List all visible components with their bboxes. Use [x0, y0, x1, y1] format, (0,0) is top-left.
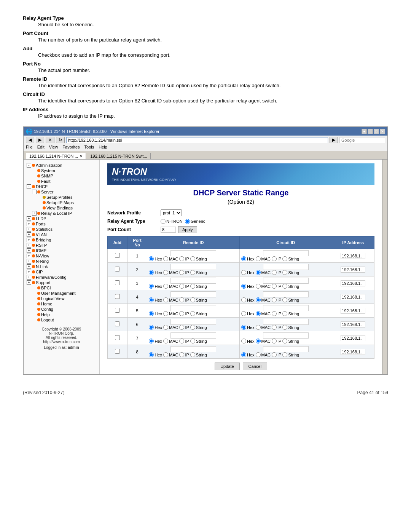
circuit-radio-mac[interactable]: [256, 311, 261, 316]
remote-radio-string[interactable]: [190, 284, 195, 289]
remote-radio-hex[interactable]: [149, 311, 154, 316]
remote-radio-hex[interactable]: [149, 325, 154, 330]
back-button[interactable]: ◀: [26, 137, 34, 143]
ip-address-input[interactable]: [341, 267, 365, 273]
close-button[interactable]: ✕: [380, 129, 385, 134]
circuit-radio-mac[interactable]: [256, 284, 261, 289]
circuit-radio-string[interactable]: [282, 284, 287, 289]
remote-radio-ip[interactable]: [179, 297, 184, 302]
circuit-radio-string[interactable]: [282, 270, 287, 275]
stop-button[interactable]: ✕: [46, 137, 54, 143]
ip-address-input[interactable]: [341, 294, 365, 300]
tree-expander[interactable]: +: [27, 222, 31, 226]
tree-expander[interactable]: -: [27, 163, 31, 168]
sidebar-item[interactable]: Logical View: [25, 296, 98, 301]
sidebar-item[interactable]: + Statistics: [25, 227, 98, 232]
sidebar-item[interactable]: Setup IP Maps: [25, 200, 98, 205]
ip-address-input[interactable]: [341, 308, 365, 314]
menu-file[interactable]: File: [26, 145, 33, 149]
sidebar-item[interactable]: User Management: [25, 291, 98, 296]
row-checkbox[interactable]: [115, 308, 120, 313]
remote-radio-ip[interactable]: [179, 352, 184, 357]
circuit-radio-mac[interactable]: [256, 352, 261, 357]
row-checkbox[interactable]: [115, 335, 120, 340]
remote-radio-mac[interactable]: [163, 325, 168, 330]
remote-radio-string[interactable]: [190, 256, 195, 261]
sidebar-item[interactable]: + Support: [25, 280, 98, 285]
circuit-radio-ip[interactable]: [272, 311, 277, 316]
sidebar-item[interactable]: Config: [25, 307, 98, 312]
sidebar-item[interactable]: + Relay & Local IP: [25, 211, 98, 216]
tree-expander[interactable]: +: [27, 238, 31, 242]
maximize-button[interactable]: □: [374, 129, 379, 134]
circuit-radio-hex[interactable]: [241, 311, 246, 316]
sidebar-item[interactable]: - DHCP: [25, 184, 98, 189]
tree-expander[interactable]: +: [27, 248, 31, 253]
circuit-radio-hex[interactable]: [241, 270, 246, 275]
sidebar-item[interactable]: + RSTP: [25, 243, 98, 248]
sidebar-item[interactable]: - Administration: [25, 163, 98, 168]
remote-radio-ip[interactable]: [179, 284, 184, 289]
remote-radio-string[interactable]: [190, 339, 195, 343]
apply-button[interactable]: Apply: [178, 226, 197, 233]
circuit-id-input[interactable]: [263, 264, 309, 270]
forward-button[interactable]: ▶: [36, 137, 44, 143]
tree-expander[interactable]: +: [32, 211, 37, 216]
sidebar-item[interactable]: + LLDP: [25, 216, 98, 221]
remote-radio-hex[interactable]: [149, 297, 154, 302]
ip-address-input[interactable]: [341, 349, 365, 355]
remote-id-input[interactable]: [170, 346, 216, 352]
remote-radio-hex[interactable]: [149, 339, 154, 343]
remote-radio-hex[interactable]: [149, 256, 154, 261]
row-checkbox[interactable]: [115, 253, 120, 258]
port-count-input[interactable]: [161, 227, 176, 233]
circuit-radio-ip[interactable]: [272, 256, 277, 261]
menu-help[interactable]: Help: [99, 145, 107, 149]
circuit-id-input[interactable]: [263, 346, 309, 352]
sidebar-item[interactable]: Fault: [25, 179, 98, 184]
sidebar-item[interactable]: + N-Ring: [25, 259, 98, 264]
update-button[interactable]: Update: [215, 363, 239, 370]
circuit-radio-hex[interactable]: [241, 284, 246, 289]
circuit-id-input[interactable]: [263, 250, 309, 256]
refresh-button[interactable]: ↻: [56, 137, 65, 143]
menu-view[interactable]: View: [49, 145, 58, 149]
browser-controls[interactable]: ◄ _ □ ✕: [362, 129, 385, 134]
remote-radio-ip[interactable]: [179, 270, 184, 275]
sidebar-item[interactable]: + CIP: [25, 269, 98, 275]
ip-address-input[interactable]: [341, 253, 365, 259]
tab-0[interactable]: 192.168.1.214 N-TRON ... ✕: [26, 153, 86, 159]
remote-radio-ip[interactable]: [179, 256, 184, 261]
remote-radio-string[interactable]: [190, 297, 195, 302]
circuit-radio-hex[interactable]: [241, 297, 246, 302]
sidebar-item[interactable]: + N-View: [25, 253, 98, 259]
sidebar-item[interactable]: View Bindings: [25, 205, 98, 211]
remote-id-input[interactable]: [170, 250, 216, 256]
sidebar-item[interactable]: SNMP: [25, 173, 98, 179]
sidebar-item[interactable]: + VLAN: [25, 232, 98, 237]
circuit-radio-string[interactable]: [282, 256, 287, 261]
sidebar-item[interactable]: System: [25, 168, 98, 173]
sidebar-item[interactable]: Setup Profiles: [25, 195, 98, 200]
circuit-id-input[interactable]: [263, 278, 309, 284]
menu-tools[interactable]: Tools: [84, 145, 94, 149]
row-checkbox[interactable]: [115, 280, 120, 285]
relay-generic-radio[interactable]: [185, 219, 190, 224]
relay-generic-label[interactable]: Generic: [185, 219, 206, 224]
remote-radio-mac[interactable]: [163, 270, 168, 275]
remote-radio-mac[interactable]: [163, 352, 168, 357]
circuit-radio-string[interactable]: [282, 339, 287, 343]
network-profile-select[interactable]: prof_1: [161, 209, 182, 216]
circuit-radio-string[interactable]: [282, 311, 287, 316]
remote-radio-mac[interactable]: [163, 284, 168, 289]
sidebar-item[interactable]: Logout: [25, 317, 98, 323]
remote-id-input[interactable]: [170, 305, 216, 311]
minimize-button[interactable]: ◄: [362, 129, 367, 134]
remote-radio-mac[interactable]: [163, 311, 168, 316]
row-checkbox[interactable]: [115, 321, 120, 326]
restore-button[interactable]: _: [368, 129, 373, 134]
tree-expander[interactable]: +: [27, 270, 31, 274]
circuit-radio-ip[interactable]: [272, 352, 277, 357]
circuit-radio-mac[interactable]: [256, 297, 261, 302]
tree-expander[interactable]: +: [27, 216, 31, 221]
